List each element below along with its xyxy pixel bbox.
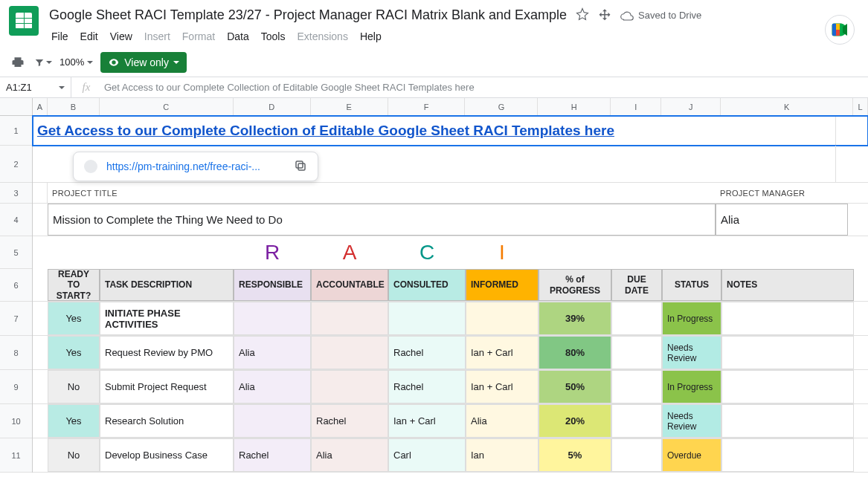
col-header[interactable]: B — [48, 98, 100, 115]
consulted-cell[interactable]: Carl — [388, 438, 466, 472]
row-header[interactable]: 8 — [0, 336, 32, 370]
copy-link-icon[interactable] — [294, 159, 307, 175]
col-header[interactable]: A — [33, 98, 48, 115]
template-link[interactable]: Get Access to our Complete Collection of… — [33, 116, 836, 145]
meet-button[interactable] — [825, 15, 855, 45]
link-preview-chip[interactable]: https://pm-training.net/free-raci-... — [73, 152, 318, 181]
due-cell[interactable] — [611, 404, 662, 438]
menu-help[interactable]: Help — [355, 27, 387, 45]
notes-cell[interactable] — [721, 438, 854, 472]
row-3[interactable]: PROJECT TITLE PROJECT MANAGER — [33, 183, 868, 204]
col-header[interactable]: K — [721, 98, 853, 115]
star-icon[interactable] — [576, 7, 589, 23]
consulted-cell[interactable]: Rachel — [388, 370, 466, 403]
task-cell[interactable]: INITIATE PHASE ACTIVITIES — [100, 302, 234, 335]
status-cell[interactable]: Needs Review — [662, 404, 721, 438]
consulted-cell[interactable] — [388, 302, 466, 335]
due-cell[interactable] — [611, 438, 662, 472]
table-row[interactable]: NoDevelop Business CaseRachelAliaCarlIan… — [33, 438, 868, 473]
menu-view[interactable]: View — [105, 27, 138, 45]
zoom-select[interactable]: 100% — [60, 56, 93, 68]
col-header[interactable]: D — [234, 98, 311, 115]
responsible-cell[interactable] — [234, 404, 311, 438]
ready-cell[interactable]: No — [48, 438, 100, 472]
ready-cell[interactable]: Yes — [48, 336, 100, 369]
notes-cell[interactable] — [721, 302, 854, 335]
task-cell[interactable]: Develop Business Case — [100, 438, 234, 472]
saved-status[interactable]: Saved to Drive — [620, 9, 701, 22]
row-header[interactable]: 9 — [0, 370, 32, 404]
notes-cell[interactable] — [721, 336, 854, 369]
move-icon[interactable] — [598, 7, 611, 23]
table-row[interactable]: YesINITIATE PHASE ACTIVITIES39%In Progre… — [33, 302, 868, 336]
row-header[interactable]: 3 — [0, 183, 32, 204]
progress-cell[interactable]: 80% — [539, 336, 611, 369]
project-manager-value[interactable]: Alia — [716, 204, 848, 236]
status-cell[interactable]: In Progress — [662, 370, 721, 403]
chip-url[interactable]: https://pm-training.net/free-raci-... — [106, 160, 285, 172]
row-header[interactable]: 1 — [0, 116, 32, 146]
filter-icon[interactable] — [34, 53, 52, 71]
progress-cell[interactable]: 20% — [539, 404, 611, 438]
document-title[interactable]: Google Sheet RACI Template 23/27 - Proje… — [46, 6, 570, 25]
project-title-value[interactable]: Mission to Complete the Thing We Need to… — [48, 204, 716, 236]
table-row[interactable]: YesRequest Review by PMOAliaRachelIan + … — [33, 336, 868, 370]
row-header[interactable]: 4 — [0, 204, 32, 236]
accountable-cell[interactable] — [311, 336, 388, 369]
menu-data[interactable]: Data — [222, 27, 254, 45]
col-header[interactable]: F — [388, 98, 466, 115]
ready-cell[interactable]: No — [48, 370, 100, 403]
responsible-cell[interactable]: Alia — [234, 370, 311, 403]
row-header[interactable]: 11 — [0, 438, 32, 473]
progress-cell[interactable]: 5% — [539, 438, 611, 472]
row-header[interactable]: 5 — [0, 236, 32, 269]
view-only-button[interactable]: View only — [100, 52, 187, 73]
informed-cell[interactable]: Ian — [466, 438, 539, 472]
menu-file[interactable]: File — [46, 27, 74, 45]
name-box[interactable]: A1:Z1 — [0, 77, 71, 97]
table-header-row[interactable]: READY TO START? TASK DESCRIPTION RESPONS… — [33, 269, 868, 302]
progress-cell[interactable]: 39% — [539, 302, 611, 335]
notes-cell[interactable] — [721, 370, 854, 403]
col-header[interactable]: G — [465, 98, 538, 115]
status-cell[interactable]: Needs Review — [662, 336, 721, 369]
col-header[interactable]: C — [100, 98, 234, 115]
row-4[interactable]: Mission to Complete the Thing We Need to… — [33, 204, 868, 236]
row-header[interactable]: 10 — [0, 404, 32, 438]
consulted-cell[interactable]: Rachel — [388, 336, 466, 369]
task-cell[interactable]: Request Review by PMO — [100, 336, 234, 369]
responsible-cell[interactable] — [234, 302, 311, 335]
row-5[interactable]: R A C I — [33, 236, 868, 269]
menu-edit[interactable]: Edit — [75, 27, 103, 45]
informed-cell[interactable] — [466, 302, 539, 335]
responsible-cell[interactable]: Rachel — [234, 438, 311, 472]
status-cell[interactable]: In Progress — [662, 302, 721, 335]
ready-cell[interactable]: Yes — [48, 404, 100, 438]
due-cell[interactable] — [611, 302, 662, 335]
notes-cell[interactable] — [721, 404, 854, 438]
sheets-logo-icon[interactable] — [9, 6, 39, 36]
table-row[interactable]: YesResearch SolutionRachelIan + CarlAlia… — [33, 404, 868, 438]
due-cell[interactable] — [611, 336, 662, 369]
menu-tools[interactable]: Tools — [256, 27, 291, 45]
formula-input[interactable]: Get Access to our Complete Collection of… — [101, 82, 868, 93]
col-header[interactable]: I — [611, 98, 661, 115]
responsible-cell[interactable]: Alia — [234, 336, 311, 369]
informed-cell[interactable]: Alia — [466, 404, 539, 438]
row-header[interactable]: 6 — [0, 269, 32, 302]
accountable-cell[interactable]: Rachel — [311, 404, 388, 438]
accountable-cell[interactable]: Alia — [311, 438, 388, 472]
due-cell[interactable] — [611, 370, 662, 403]
consulted-cell[interactable]: Ian + Carl — [388, 404, 466, 438]
row-header[interactable]: 2 — [0, 146, 32, 183]
accountable-cell[interactable] — [311, 370, 388, 403]
print-icon[interactable] — [9, 53, 27, 71]
status-cell[interactable]: Overdue — [662, 438, 721, 472]
table-row[interactable]: NoSubmit Project RequestAliaRachelIan + … — [33, 370, 868, 404]
row-header[interactable]: 7 — [0, 302, 32, 336]
select-all-corner[interactable] — [0, 98, 33, 115]
col-header[interactable]: L — [853, 98, 868, 115]
informed-cell[interactable]: Ian + Carl — [466, 370, 539, 403]
task-cell[interactable]: Research Solution — [100, 404, 234, 438]
col-header[interactable]: H — [538, 98, 611, 115]
